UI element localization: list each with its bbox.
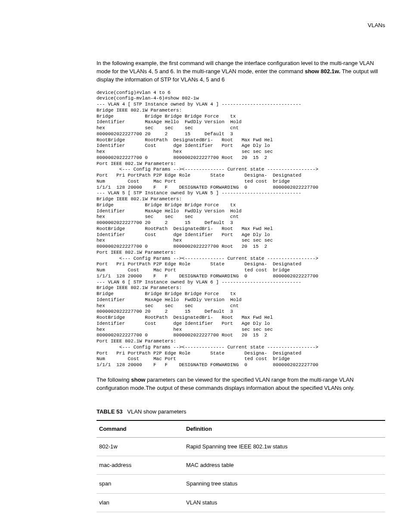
col-header-definition: Definition <box>184 420 385 438</box>
cell-definition: Rapid Spanning tree IEEE 802.1w status <box>184 438 385 456</box>
cell-command: span <box>97 475 184 493</box>
table-title: VLAN show parameters <box>127 408 186 415</box>
intro-bold: show 802.1w. <box>305 68 340 75</box>
after-text-a: The following <box>97 376 131 383</box>
cell-command: 802-1w <box>97 438 184 456</box>
col-header-command: Command <box>97 420 184 438</box>
cell-definition: Spanning tree status <box>184 475 385 493</box>
cell-command: vlan <box>97 493 184 512</box>
after-paragraph: The following show parameters can be vie… <box>97 376 385 392</box>
intro-paragraph: In the following example, the first comm… <box>97 59 385 84</box>
table-row: 802-1w Rapid Spanning tree IEEE 802.1w s… <box>97 438 385 456</box>
table-row: span Spanning tree status <box>97 475 385 493</box>
after-bold: show <box>131 376 145 383</box>
table-caption: TABLE 53 VLAN show parameters <box>97 408 385 416</box>
table-label: TABLE 53 <box>97 408 122 415</box>
terminal-output: device(config)#vlan 4 to 6 device(config… <box>97 90 385 368</box>
cell-command: mac-address <box>97 456 184 475</box>
cell-definition: VLAN status <box>184 493 385 512</box>
table-row: mac-address MAC address table <box>97 456 385 475</box>
running-head: VLANs <box>97 22 385 29</box>
cell-definition: MAC address table <box>184 456 385 475</box>
vlan-show-params-table: Command Definition 802-1w Rapid Spanning… <box>97 420 385 512</box>
table-row: vlan VLAN status <box>97 493 385 512</box>
